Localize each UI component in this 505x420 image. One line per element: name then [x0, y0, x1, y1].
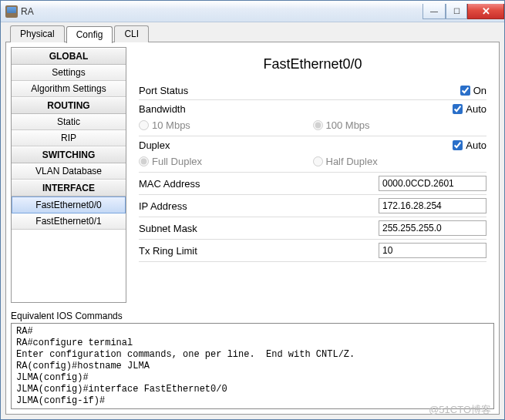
duplex-half-label: Half Duplex	[326, 156, 378, 167]
maximize-button[interactable]: ☐	[446, 4, 467, 19]
sidebar-header-switching: SWITCHING	[12, 146, 126, 163]
close-button[interactable]: ✕	[467, 4, 504, 19]
mac-address-field[interactable]	[379, 176, 486, 191]
sidebar-item-algorithm-settings[interactable]: Algorithm Settings	[12, 81, 126, 97]
bandwidth-radio-group: 10 Mbps 100 Mbps	[139, 118, 486, 136]
duplex-label: Duplex	[139, 139, 224, 151]
subnet-mask-field[interactable]	[379, 220, 486, 236]
tab-config[interactable]: Config	[66, 26, 113, 43]
tx-ring-limit-label: Tx Ring Limit	[139, 245, 224, 257]
sidebar-item-static[interactable]: Static	[12, 114, 126, 130]
interface-config-pane: FastEthernet0/0 Port Status On Bandwidth…	[131, 47, 494, 303]
tx-ring-limit-field[interactable]	[379, 243, 486, 258]
minimize-button[interactable]: —	[423, 4, 446, 19]
ios-console[interactable]: RA# RA#configure terminal Enter configur…	[11, 323, 494, 409]
sidebar-item-rip[interactable]: RIP	[12, 130, 126, 146]
titlebar[interactable]: RA — ☐ ✕	[1, 1, 504, 22]
bandwidth-100mbps-radio[interactable]	[313, 120, 323, 130]
tab-cli[interactable]: CLI	[114, 25, 149, 42]
config-panel: GLOBAL Settings Algorithm Settings ROUTI…	[5, 42, 500, 415]
bandwidth-10mbps-label: 10 Mbps	[152, 119, 190, 131]
subnet-mask-label: Subnet Mask	[139, 223, 224, 234]
port-status-checkbox[interactable]	[460, 86, 470, 96]
sidebar-header-global: GLOBAL	[12, 48, 126, 65]
bandwidth-auto-label: Auto	[466, 103, 486, 115]
sidebar: GLOBAL Settings Algorithm Settings ROUTI…	[11, 47, 126, 303]
duplex-full-label: Full Duplex	[152, 156, 202, 167]
console-label: Equivalent IOS Commands	[11, 311, 494, 321]
duplex-radio-group: Full Duplex Half Duplex	[139, 154, 486, 173]
mac-address-label: MAC Address	[139, 178, 224, 190]
duplex-auto-checkbox[interactable]	[453, 140, 463, 150]
bandwidth-auto-checkbox[interactable]	[453, 104, 463, 114]
bandwidth-label: Bandwidth	[139, 103, 224, 115]
ip-address-label: IP Address	[139, 200, 224, 212]
sidebar-header-routing: ROUTING	[12, 97, 126, 114]
tab-bar: Physical Config CLI	[5, 25, 500, 42]
port-status-on-label: On	[473, 85, 486, 96]
port-status-label: Port Status	[139, 85, 224, 96]
application-window: RA — ☐ ✕ Physical Config CLI GLOBAL Sett…	[0, 0, 505, 420]
bandwidth-100mbps-label: 100 Mbps	[326, 119, 370, 131]
watermark: @51CTO博客	[429, 403, 491, 417]
ip-address-field[interactable]	[379, 198, 486, 213]
app-icon	[5, 5, 18, 18]
sidebar-item-settings[interactable]: Settings	[12, 65, 126, 81]
sidebar-item-fastethernet01[interactable]: FastEthernet0/1	[12, 213, 126, 230]
page-title: FastEthernet0/0	[139, 56, 486, 72]
sidebar-header-interface: INTERFACE	[12, 180, 126, 197]
duplex-auto-label: Auto	[466, 139, 486, 151]
duplex-full-radio[interactable]	[139, 156, 149, 166]
tab-physical[interactable]: Physical	[10, 25, 65, 42]
sidebar-item-vlan-database[interactable]: VLAN Database	[12, 163, 126, 180]
window-title: RA	[21, 6, 423, 17]
bandwidth-10mbps-radio[interactable]	[139, 120, 149, 130]
sidebar-item-fastethernet00[interactable]: FastEthernet0/0	[12, 197, 126, 213]
duplex-half-radio[interactable]	[313, 156, 323, 166]
